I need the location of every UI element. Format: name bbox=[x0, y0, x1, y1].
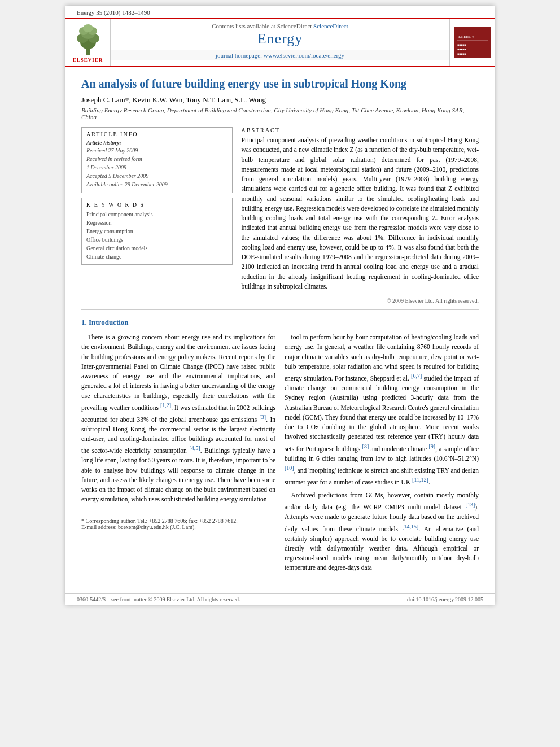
keyword-4: Office buildings bbox=[86, 235, 228, 244]
page: Energy 35 (2010) 1482–1490 ELSEVIER Cont… bbox=[65, 6, 495, 605]
sciencedirect-text: Contents lists available at ScienceDirec… bbox=[111, 23, 449, 29]
article-info-box: ARTICLE INFO Article history: Received 2… bbox=[81, 127, 233, 193]
elsevier-tree-icon bbox=[71, 23, 105, 56]
accepted-date: Accepted 5 December 2009 bbox=[86, 172, 228, 180]
footnote-email: E-mail address: bcexem@cityu.edu.hk (J.C… bbox=[81, 524, 275, 530]
elsevier-label: ELSEVIER bbox=[73, 57, 103, 63]
available-online: Available online 29 December 2009 bbox=[86, 181, 228, 189]
abstract-text: Principal component analysis of prevaili… bbox=[242, 136, 479, 291]
article-authors: Joseph C. Lam*, Kevin K.W. Wan, Tony N.T… bbox=[81, 95, 479, 104]
article-content: An analysis of future building energy us… bbox=[65, 67, 495, 588]
footnote-section: * Corresponding author. Tel.: +852 2788 … bbox=[81, 514, 275, 530]
keyword-5: General circulation models bbox=[86, 244, 228, 252]
bottom-bar: 0360-5442/$ – see front matter © 2009 El… bbox=[65, 593, 495, 605]
intro-text-left: There is a growing concern about energy … bbox=[81, 333, 275, 505]
keyword-6: Climate change bbox=[86, 252, 228, 261]
journal-logo-icon: ENERGY ■■■■■ ■■■■■ ■■■■■ bbox=[456, 29, 489, 57]
journal-header: Energy 35 (2010) 1482–1490 bbox=[65, 6, 495, 19]
sciencedirect-link[interactable]: ScienceDirect bbox=[313, 23, 348, 29]
copyright-line: © 2009 Elsevier Ltd. All rights reserved… bbox=[242, 295, 479, 304]
article-info-label: ARTICLE INFO bbox=[86, 131, 228, 137]
keyword-1: Principal component analysis bbox=[86, 210, 228, 219]
keyword-3: Energy consumption bbox=[86, 227, 228, 235]
intro-col-left: There is a growing concern about energy … bbox=[81, 333, 275, 576]
article-affiliation: Building Energy Research Group, Departme… bbox=[81, 107, 479, 120]
article-info-col: ARTICLE INFO Article history: Received 2… bbox=[81, 127, 233, 304]
journal-homepage: journal homepage: www.elsevier.com/locat… bbox=[111, 50, 449, 60]
intro-body: There is a growing concern about energy … bbox=[81, 333, 479, 576]
svg-text:■■■■■: ■■■■■ bbox=[457, 47, 466, 51]
issn-text: 0360-5442/$ – see front matter © 2009 El… bbox=[77, 596, 240, 602]
keywords-box: K E Y W O R D S Principal component anal… bbox=[81, 198, 233, 265]
svg-point-7 bbox=[83, 24, 93, 32]
abstract-label: ABSTRACT bbox=[242, 127, 479, 133]
footnote-corresponding: * Corresponding author. Tel.: +852 2788 … bbox=[81, 518, 275, 524]
keywords-list: Principal component analysis Regression … bbox=[86, 210, 228, 261]
intro-col-right: tool to perform hour-by-hour computation… bbox=[285, 333, 479, 576]
article-info-abstract-section: ARTICLE INFO Article history: Received 2… bbox=[81, 127, 479, 304]
svg-text:■■■■■: ■■■■■ bbox=[457, 43, 466, 46]
received-revised-label: Received in revised form bbox=[86, 155, 228, 163]
journal-name: Energy bbox=[111, 30, 449, 47]
homepage-link[interactable]: journal homepage: www.elsevier.com/locat… bbox=[216, 52, 344, 59]
journal-citation: Energy 35 (2010) 1482–1490 bbox=[77, 9, 150, 16]
intro-heading: 1. Introduction bbox=[81, 318, 479, 327]
keywords-label-heading: K E Y W O R D S bbox=[86, 202, 228, 208]
received-date: Received 27 May 2009 bbox=[86, 147, 228, 155]
keyword-2: Regression bbox=[86, 219, 228, 227]
received-revised-date: 1 December 2009 bbox=[86, 164, 228, 172]
history-label: Article history: bbox=[86, 139, 228, 146]
abstract-col: ABSTRACT Principal component analysis of… bbox=[242, 127, 479, 304]
article-title: An analysis of future building energy us… bbox=[81, 76, 479, 91]
svg-text:■■■■■: ■■■■■ bbox=[457, 52, 466, 55]
intro-text-right: tool to perform hour-by-hour computation… bbox=[285, 333, 479, 573]
svg-text:ENERGY: ENERGY bbox=[458, 34, 474, 39]
doi-text: doi:10.1016/j.energy.2009.12.005 bbox=[407, 596, 483, 602]
